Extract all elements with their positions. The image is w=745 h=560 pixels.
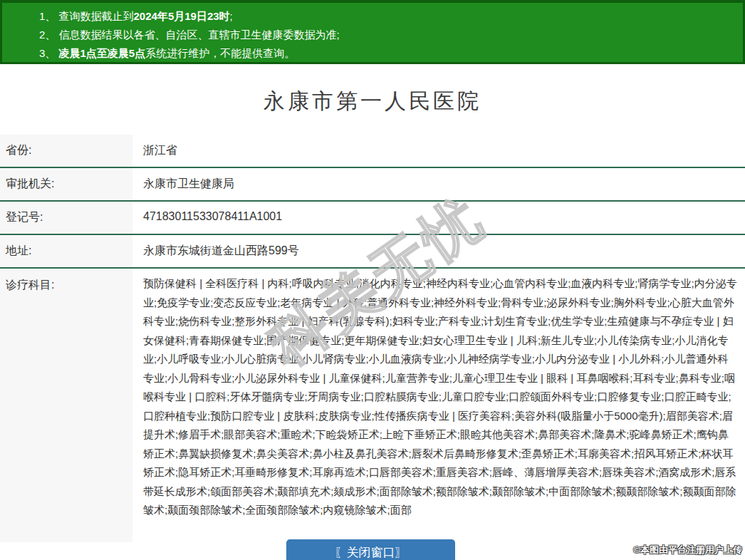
notice-2-text: 2、 信息数据结果以各省、自治区、直辖市卫生健康委数据为准; — [39, 28, 340, 41]
row-value-approval-authority: 永康市卫生健康局 — [132, 168, 745, 200]
row-value-address: 永康市东城街道金山西路599号 — [132, 235, 745, 267]
table-row-registration-number: 登记号: 47183011533078411A1001 — [0, 202, 745, 235]
table-row-address: 地址: 永康市东城街道金山西路599号 — [0, 235, 745, 269]
copyright-stamp: ©本图由平台注册用户上传 — [633, 544, 742, 556]
table-row-province: 省份: 浙江省 — [0, 135, 745, 168]
notice-line-1: 1、 查询数据截止到2024年5月19日23时; — [39, 7, 736, 26]
table-row-approval-authority: 审批机关: 永康市卫生健康局 — [0, 168, 745, 202]
notice-1-bold: 2024年5月19日23时 — [134, 10, 230, 22]
notice-3-bold: 凌晨1点至凌晨5点 — [59, 47, 146, 59]
hospital-info-table: 省份: 浙江省 审批机关: 永康市卫生健康局 登记号: 471830115330… — [0, 135, 745, 542]
notice-1-tail: ; — [230, 10, 233, 22]
close-window-button[interactable]: 〖关闭窗口〗 — [286, 539, 455, 560]
notice-3-text: 3、 — [39, 47, 59, 59]
notice-line-3: 3、 凌晨1点至凌晨5点系统进行维护，不能提供查询。 — [39, 44, 736, 63]
row-label-medical-departments: 诊疗科目: — [0, 269, 132, 542]
row-value-province: 浙江省 — [132, 135, 745, 167]
notice-3-tail: 系统进行维护，不能提供查询。 — [145, 47, 295, 59]
row-label-approval-authority: 审批机关: — [0, 168, 132, 200]
table-row-medical-departments: 诊疗科目: 预防保健科 | 全科医疗科 | 内科;呼吸内科专业;消化内科专业;神… — [0, 269, 745, 542]
row-label-registration-number: 登记号: — [0, 202, 132, 234]
row-label-province: 省份: — [0, 135, 132, 167]
row-value-medical-departments: 预防保健科 | 全科医疗科 | 内科;呼吸内科专业;消化内科专业;神经内科专业;… — [132, 269, 745, 542]
notice-1-text: 1、 查询数据截止到 — [39, 10, 134, 22]
notice-banner: 1、 查询数据截止到2024年5月19日23时; 2、 信息数据结果以各省、自治… — [0, 0, 745, 64]
row-label-address: 地址: — [0, 235, 132, 267]
notice-line-2: 2、 信息数据结果以各省、自治区、直辖市卫生健康委数据为准; — [39, 26, 736, 44]
page-title: 永康市第一人民医院 — [0, 87, 745, 116]
row-value-registration-number: 47183011533078411A1001 — [132, 202, 745, 234]
